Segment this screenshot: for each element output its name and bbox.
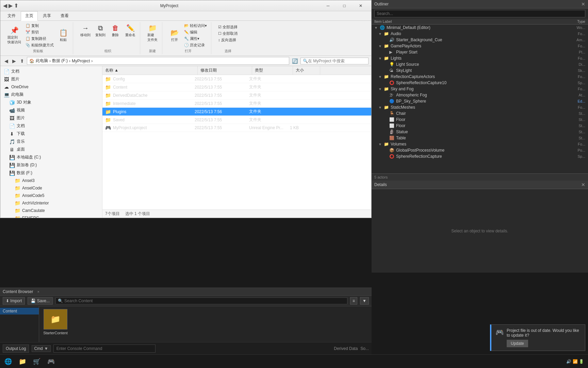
rename-button[interactable]: ✏️ 重命名 xyxy=(124,23,137,39)
forward-button[interactable]: ▶ xyxy=(11,58,17,64)
sidebar-ansel3[interactable]: 📁Ansel3 xyxy=(0,177,102,184)
history-button[interactable]: 🕒 历史记录 xyxy=(183,42,208,48)
sidebar-docs2[interactable]: 📄文档 xyxy=(0,122,102,130)
tree-lights[interactable]: ▼ 📁 Lights Fo... xyxy=(372,55,588,61)
back-button[interactable]: ◀ xyxy=(3,58,10,64)
tree-bp-sky[interactable]: 🔵 BP_Sky_Sphere Ed... xyxy=(372,98,588,104)
sidebar-anselcode5[interactable]: 📁AnselCode5 xyxy=(0,192,102,199)
col-header-date[interactable]: 修改日期 xyxy=(198,66,252,75)
sidebar-3d[interactable]: 🧊3D 对象 xyxy=(0,98,102,106)
easy-access-button[interactable]: 📂 轻松访问▾ xyxy=(183,23,208,29)
filter-button[interactable]: ≡ xyxy=(350,297,357,305)
file-row-saved[interactable]: 📁 Saved 2022/5/13 7:55 文件夹 xyxy=(102,116,371,124)
properties-button[interactable]: 🔧 属性▾ xyxy=(183,36,208,42)
import-button[interactable]: ⬇ Import xyxy=(3,297,25,305)
sidebar-thispc[interactable]: 💻此电脑 xyxy=(0,91,102,98)
tree-gameplay[interactable]: ▼ 📁 GamePlayActors Fo... xyxy=(372,43,588,49)
sidebar-documents[interactable]: 📄文档 xyxy=(0,67,102,75)
sidebar-c[interactable]: 💾本地磁盘 (C:) xyxy=(0,153,102,161)
sidebar-ffmepg[interactable]: 📁FFMEPG xyxy=(0,214,102,218)
address-segment-drive[interactable]: 数据 (F:) xyxy=(52,58,68,64)
update-button[interactable]: Update xyxy=(507,340,528,347)
up-button[interactable]: ⬆ xyxy=(19,58,26,64)
address-segment-project[interactable]: MyProject xyxy=(72,59,90,63)
file-row-content[interactable]: 📁 Content 2022/5/13 7:55 文件夹 xyxy=(102,83,371,91)
new-folder-button[interactable]: 📁 新建文件夹 xyxy=(146,23,159,43)
taskbar-store[interactable]: 🛒 xyxy=(30,356,44,367)
starter-content-item[interactable]: 📁 StarterContent xyxy=(42,309,69,335)
sidebar-images[interactable]: 🖼图片 xyxy=(0,114,102,122)
tree-floor2[interactable]: ⬜ Floor St... xyxy=(372,123,588,129)
tree-skylight[interactable]: 🌤 SkyLight Sk... xyxy=(372,67,588,74)
tab-home[interactable]: 主页 xyxy=(21,11,38,21)
col-header-size[interactable]: 大小 xyxy=(293,66,320,75)
tab-view[interactable]: 查看 xyxy=(56,11,73,20)
taskbar-explorer[interactable]: 📁 xyxy=(16,356,29,367)
file-row-uproject[interactable]: 🎮 MyProject.uproject 2022/5/13 7:55 Unre… xyxy=(102,124,371,132)
edit-button[interactable]: ✏️ 编辑 xyxy=(183,29,208,35)
copy-to-button[interactable]: ⧉ 复制到 xyxy=(94,23,107,39)
cb-content-item[interactable]: Content xyxy=(0,308,39,315)
col-type-label[interactable]: Type xyxy=(558,19,585,24)
copy-button[interactable]: 📋 复制 xyxy=(24,23,55,29)
tree-light-source[interactable]: 💡 Light Source Di... xyxy=(372,61,588,67)
console-input[interactable] xyxy=(53,344,156,353)
tree-floor1[interactable]: ⬜ Floor St... xyxy=(372,117,588,123)
sidebar-f[interactable]: 💾数据 (F:) xyxy=(0,169,102,177)
pin-button[interactable]: 📌 固定到快速访问 xyxy=(6,25,23,46)
tree-audio[interactable]: ▼ 📁 Audio Fo... xyxy=(372,31,588,37)
maximize-button[interactable]: □ xyxy=(337,0,352,11)
select-all-button[interactable]: ☑ 全部选择 xyxy=(217,24,239,30)
tab-file[interactable]: 文件 xyxy=(3,11,20,20)
outliner-search-input[interactable] xyxy=(374,10,585,17)
invert-select-button[interactable]: ↕ 反向选择 xyxy=(217,37,239,43)
cut-button[interactable]: ✂️ 剪切 xyxy=(24,29,55,35)
tree-starter-bg[interactable]: 🔊 Starter_Background_Cue Am... xyxy=(372,37,588,43)
file-row-deriveddata[interactable]: 📁 DerivedDataCache 2022/5/13 7:55 文件夹 xyxy=(102,91,371,99)
outliner-close-button[interactable]: ✕ xyxy=(581,1,585,7)
cmd-dropdown-icon[interactable]: ▼ xyxy=(44,346,48,351)
copy-path-button[interactable]: 📋 复制路径 xyxy=(24,36,55,42)
taskbar-ue4[interactable]: 🎮 xyxy=(44,356,58,367)
sidebar-d[interactable]: 💾新加卷 (D:) xyxy=(0,161,102,169)
sidebar-archviz[interactable]: 📁ArchVizInterior xyxy=(0,199,102,207)
file-row-config[interactable]: 📁 Config 2022/5/13 7:55 文件夹 xyxy=(102,75,371,83)
sidebar-anselcode[interactable]: 📁AnselCode xyxy=(0,184,102,192)
tree-volumes[interactable]: ▼ 📁 Volumes Fo... xyxy=(372,141,588,147)
sidebar-downloads[interactable]: ⬇下载 xyxy=(0,130,102,138)
tree-statue[interactable]: 🗿 Statue St... xyxy=(372,129,588,135)
tree-static-meshes[interactable]: ▼ 📁 StaticMeshes Fo... xyxy=(372,104,588,110)
file-row-intermediate[interactable]: 📁 Intermediate 2022/5/13 7:55 文件夹 xyxy=(102,99,371,108)
tree-sphere-ref10[interactable]: ⭕ SphereReflectionCapture10 Sp... xyxy=(372,80,588,86)
address-segment-pc[interactable]: 此电脑 xyxy=(36,58,48,64)
details-close-button[interactable]: ✕ xyxy=(581,182,585,187)
deselect-all-button[interactable]: ☐ 全部取消 xyxy=(217,31,239,36)
paste-shortcut-button[interactable]: 📎 粘贴快捷方式 xyxy=(24,42,55,48)
sidebar-onedrive[interactable]: ☁OneDrive xyxy=(0,83,102,91)
tree-sphere-ref[interactable]: ⭕ SphereReflectionCapture Sp... xyxy=(372,153,588,159)
sidebar-video[interactable]: 📹视频 xyxy=(0,106,102,114)
view-options-button[interactable]: ▼ xyxy=(360,297,369,305)
delete-button[interactable]: 🗑 删除 xyxy=(109,23,122,39)
tree-player-start[interactable]: ▶ Player Start Pl... xyxy=(372,49,588,55)
close-button[interactable]: ✕ xyxy=(353,0,369,11)
sidebar-desktop[interactable]: 🖥桌面 xyxy=(0,145,102,153)
col-header-name[interactable]: 名称 ▲ xyxy=(102,66,198,75)
tree-minimal-default[interactable]: ▼ 🌐 Minimal_Default (Editor) Wo... xyxy=(372,25,588,31)
cb-search-input[interactable] xyxy=(64,298,345,303)
tree-atmo-fog[interactable]: 🌫 Atmospheric Fog At... xyxy=(372,92,588,98)
col-item-label[interactable]: Item Label xyxy=(374,19,558,24)
file-row-plugins[interactable]: 📁 Plugins 2022/5/13 7:56 文件夹 xyxy=(102,108,371,116)
search-input[interactable] xyxy=(308,59,366,63)
tree-global-pp[interactable]: 📦 GlobalPostProcessVolume Po... xyxy=(372,147,588,153)
tree-chair[interactable]: 🪑 Chair St... xyxy=(372,110,588,117)
tree-sky-fog[interactable]: ▼ 📁 Sky and Fog Fo... xyxy=(372,86,588,92)
sidebar-music[interactable]: 🎵音乐 xyxy=(0,138,102,145)
taskbar-edge[interactable]: 🌐 xyxy=(1,356,15,367)
minimize-button[interactable]: ─ xyxy=(320,0,336,11)
output-log-button[interactable]: Output Log xyxy=(3,344,29,353)
tree-reflection[interactable]: ▼ 📁 ReflectionCaptureActors Fo... xyxy=(372,74,588,80)
sidebar-camcaulate[interactable]: 📁CamCaulate xyxy=(0,207,102,214)
col-header-type[interactable]: 类型 xyxy=(252,66,293,75)
move-to-button[interactable]: → 移动到 xyxy=(79,23,92,39)
